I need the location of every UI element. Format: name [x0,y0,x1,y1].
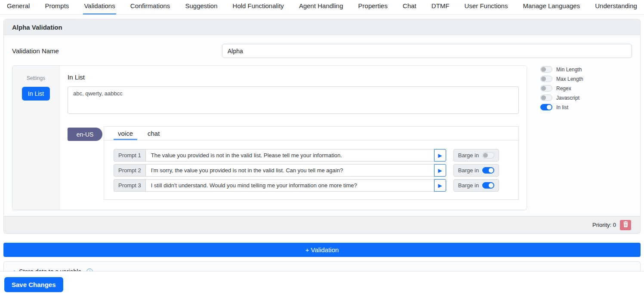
validation-card-title: Alpha Validation [4,19,640,35]
chevron-right-icon: › [13,269,15,271]
min-length-label: Min Length [556,67,582,73]
tab-general[interactable]: General [6,2,31,15]
prompt-1-input[interactable] [145,149,434,162]
prompt-1-barge-in-group: Barge in [453,149,499,162]
tab-agent-handling[interactable]: Agent Handling [298,2,344,15]
save-bar: Save Changes [0,272,644,293]
max-length-label: Max Length [556,76,583,82]
prompt-3-barge-in-toggle[interactable] [482,182,494,189]
info-icon: i [86,269,93,272]
prompt-row-3: Prompt 3 ▶ Barge in [114,179,509,192]
prompt-3-play-button[interactable]: ▶ [434,179,446,192]
barge-in-label: Barge in [458,152,479,159]
tab-confirmations[interactable]: Confirmations [129,2,171,15]
barge-in-label: Barge in [458,167,479,174]
max-length-toggle[interactable] [540,76,552,82]
tab-voice[interactable]: voice [114,127,137,140]
delete-validation-button[interactable] [620,220,631,230]
prompt-3-label: Prompt 3 [114,179,145,192]
validator-row-javascript: Javascript [540,95,583,101]
tab-properties[interactable]: Properties [357,2,388,15]
min-length-toggle[interactable] [540,66,552,73]
store-data-section: › Store data to a variable i [3,261,641,271]
language-pill-column: en-US [68,126,104,200]
language-section: en-US voice chat Prompt 1 [68,126,519,200]
in-list-toggle[interactable] [540,104,552,110]
regex-toggle[interactable] [540,85,552,92]
play-icon: ▶ [438,183,442,189]
prompt-3-input[interactable] [145,179,434,192]
settings-main: In List abc, qwerty, aabbcc en-US voice … [60,66,527,210]
tab-suggestion[interactable]: Suggestion [184,2,218,15]
barge-in-label: Barge in [458,182,479,189]
tab-prompts[interactable]: Prompts [44,2,70,15]
prompt-2-label: Prompt 2 [114,164,145,177]
validator-row-min-length: Min Length [540,66,583,73]
tab-user-functions[interactable]: User Functions [464,2,509,15]
in-list-textarea[interactable]: abc, qwerty, aabbcc [68,86,519,114]
tab-manage-languages[interactable]: Manage Languages [522,2,581,15]
prompt-row-2: Prompt 2 ▶ Barge in [114,164,509,177]
trash-icon [623,221,629,229]
validator-row-in-list: In list [540,104,583,110]
prompt-1-play-button[interactable]: ▶ [434,149,446,162]
validation-name-label: Validation Name [12,47,222,55]
tab-validations[interactable]: Validations [83,2,116,15]
settings-sidebar: Settings In List [12,66,60,210]
prompt-1-barge-in-toggle[interactable] [482,152,494,159]
validation-card-body: Validation Name Settings In List In List… [4,35,640,216]
sidebar-in-list-button[interactable]: In List [22,87,50,101]
prompt-3-barge-in-group: Barge in [453,179,499,192]
store-data-section-header[interactable]: › Store data to a variable i [13,268,93,271]
validation-card-footer: Priority: 0 [4,216,640,233]
tab-chat[interactable]: Chat [402,2,417,15]
validation-card: Alpha Validation Validation Name Setting… [3,19,641,234]
validation-name-row: Validation Name [12,44,632,58]
validator-toggles: Min Length Max Length Regex Javascript I… [540,65,583,113]
prompt-1-label: Prompt 1 [114,149,145,162]
regex-label: Regex [556,85,571,92]
prompt-row-1: Prompt 1 ▶ Barge in [114,149,509,162]
play-icon: ▶ [438,168,442,174]
prompt-2-barge-in-toggle[interactable] [482,167,494,174]
validator-row-max-length: Max Length [540,76,583,82]
tab-hold-functionality[interactable]: Hold Functionality [232,2,285,15]
channel-panel: voice chat Prompt 1 ▶ [104,126,519,200]
play-icon: ▶ [438,153,442,159]
javascript-label: Javascript [556,95,579,101]
add-validation-button[interactable]: + Validation [3,243,641,257]
language-tab-en-us[interactable]: en-US [68,128,102,141]
channel-tabs: voice chat [104,127,518,140]
store-data-section-label: Store data to a variable [19,268,81,271]
settings-row: Settings In List In List abc, qwerty, aa… [12,65,632,210]
in-list-heading: In List [68,73,519,81]
save-changes-button[interactable]: Save Changes [4,277,63,292]
tab-understanding[interactable]: Understanding [594,2,638,15]
settings-card: Settings In List In List abc, qwerty, aa… [12,65,527,210]
settings-sidebar-label: Settings [12,75,59,81]
prompt-2-input[interactable] [145,164,434,177]
priority-label: Priority: 0 [592,222,616,228]
in-list-label: In list [556,104,568,110]
validation-name-input[interactable] [222,44,632,58]
top-nav: General Prompts Validations Confirmation… [0,0,644,15]
validator-row-regex: Regex [540,85,583,92]
prompts-list: Prompt 1 ▶ Barge in [104,140,518,192]
tab-dtmf[interactable]: DTMF [431,2,450,15]
prompt-2-barge-in-group: Barge in [453,164,499,177]
prompt-2-play-button[interactable]: ▶ [434,164,446,177]
javascript-toggle[interactable] [540,95,552,101]
tab-chat-channel[interactable]: chat [143,127,164,140]
